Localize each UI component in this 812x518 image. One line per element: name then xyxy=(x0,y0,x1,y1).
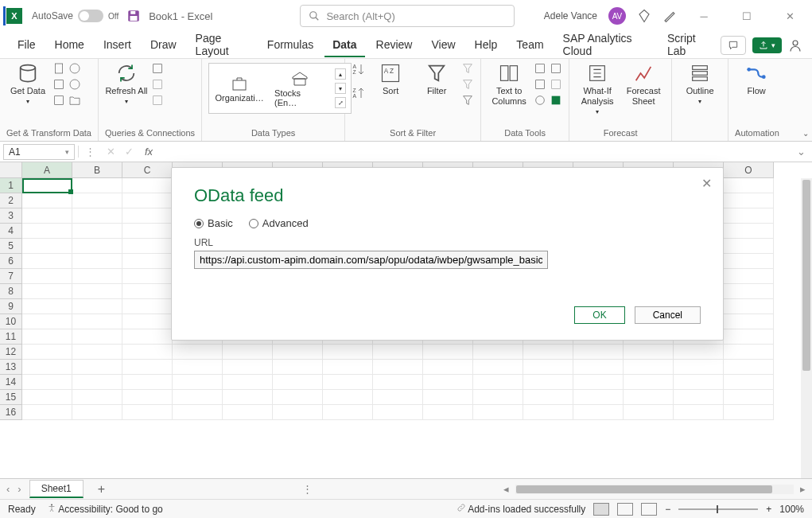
cell[interactable] xyxy=(724,299,774,314)
pen-icon[interactable] xyxy=(662,9,677,23)
tab-draw[interactable]: Draw xyxy=(142,33,185,57)
row-header[interactable]: 6 xyxy=(0,254,22,269)
cell[interactable] xyxy=(72,329,122,345)
row-header[interactable]: 13 xyxy=(0,360,22,375)
cell[interactable] xyxy=(724,314,774,329)
reapply-icon[interactable] xyxy=(461,78,474,91)
properties-icon[interactable] xyxy=(151,78,164,91)
cell[interactable] xyxy=(122,269,173,284)
cell[interactable] xyxy=(273,405,323,420)
cell[interactable] xyxy=(22,390,72,405)
tab-file[interactable]: File xyxy=(10,33,44,57)
row-header[interactable]: 2 xyxy=(0,193,22,208)
cell[interactable] xyxy=(72,375,122,390)
col-header[interactable]: A xyxy=(22,162,72,178)
cell[interactable] xyxy=(223,390,273,405)
cell[interactable] xyxy=(173,360,223,375)
cell[interactable] xyxy=(273,390,323,405)
cell[interactable] xyxy=(22,299,72,314)
cell[interactable] xyxy=(573,390,624,405)
remove-dup-icon[interactable] xyxy=(534,78,546,91)
queries-icon[interactable] xyxy=(151,62,164,75)
add-sheet-button[interactable]: + xyxy=(91,482,111,497)
sort-az-icon[interactable]: AZ xyxy=(352,62,366,76)
sort-button[interactable]: A Z Sort xyxy=(369,62,412,96)
minimize-button[interactable]: ─ xyxy=(688,4,720,28)
hscroll-left-icon[interactable]: ◂ xyxy=(503,483,509,495)
cell[interactable] xyxy=(724,390,774,405)
row-header[interactable]: 11 xyxy=(0,329,22,345)
sheet-tab-sheet1[interactable]: Sheet1 xyxy=(29,480,84,498)
whatif-button[interactable]: What-If Analysis ▾ xyxy=(576,62,619,116)
person-icon[interactable] xyxy=(788,38,802,53)
cell[interactable] xyxy=(724,329,774,345)
expand-formula-icon[interactable]: ⌄ xyxy=(791,146,812,158)
cell[interactable] xyxy=(273,345,323,360)
zoom-level[interactable]: 100% xyxy=(779,504,804,515)
cell[interactable] xyxy=(22,193,72,208)
cell[interactable] xyxy=(323,360,373,375)
cell[interactable] xyxy=(724,193,774,208)
cell[interactable] xyxy=(22,314,72,329)
cell[interactable] xyxy=(624,390,674,405)
zoom-in-icon[interactable]: + xyxy=(766,504,771,515)
zoom-slider[interactable] xyxy=(678,508,758,510)
cell[interactable] xyxy=(72,178,122,193)
url-input[interactable] xyxy=(194,251,548,269)
cell[interactable] xyxy=(223,360,273,375)
cell[interactable] xyxy=(624,345,674,360)
cell[interactable] xyxy=(573,375,624,390)
cell[interactable] xyxy=(72,224,122,239)
cell[interactable] xyxy=(22,375,72,390)
cell[interactable] xyxy=(122,405,173,420)
cell[interactable] xyxy=(223,405,273,420)
cell[interactable] xyxy=(674,360,724,375)
col-header[interactable]: O xyxy=(724,162,774,178)
tabs-menu-icon[interactable]: ⋮ xyxy=(302,483,313,495)
scroll-down-icon[interactable]: ▾ xyxy=(335,83,346,94)
comments-button[interactable] xyxy=(721,36,746,55)
cell[interactable] xyxy=(724,224,774,239)
tab-sap[interactable]: SAP Analytics Cloud xyxy=(555,27,656,64)
accessibility-status[interactable]: Accessibility: Good to go xyxy=(47,503,163,515)
tab-page-layout[interactable]: Page Layout xyxy=(188,27,256,64)
page-break-view-icon[interactable] xyxy=(641,503,657,516)
row-header[interactable]: 4 xyxy=(0,224,22,239)
recent-icon[interactable] xyxy=(68,78,81,91)
cell[interactable] xyxy=(674,390,724,405)
cell[interactable] xyxy=(122,239,173,254)
data-types-gallery[interactable]: Organizati… Stocks (En… ▴▾⤢ xyxy=(208,63,352,114)
cell[interactable] xyxy=(674,375,724,390)
dialog-close-button[interactable]: ✕ xyxy=(701,176,712,191)
flow-button[interactable]: Flow xyxy=(735,62,778,96)
cell[interactable] xyxy=(122,224,173,239)
row-header[interactable]: 12 xyxy=(0,345,22,360)
cell[interactable] xyxy=(724,208,774,224)
cell[interactable] xyxy=(473,375,523,390)
cell[interactable] xyxy=(573,360,624,375)
cell[interactable] xyxy=(72,405,122,420)
consolidate-icon[interactable] xyxy=(550,62,562,75)
scroll-up-icon[interactable]: ▴ xyxy=(335,68,346,80)
hscroll-right-icon[interactable]: ▸ xyxy=(800,483,806,495)
cell[interactable] xyxy=(72,390,122,405)
cell[interactable] xyxy=(523,345,573,360)
cell[interactable] xyxy=(223,345,273,360)
cell[interactable] xyxy=(22,360,72,375)
cell[interactable] xyxy=(624,375,674,390)
validation-icon[interactable] xyxy=(534,94,546,107)
cell[interactable] xyxy=(22,329,72,345)
cell[interactable] xyxy=(473,360,523,375)
filter-button[interactable]: Filter xyxy=(415,62,458,96)
cell[interactable] xyxy=(724,345,774,360)
cell[interactable] xyxy=(22,284,72,299)
cell[interactable] xyxy=(624,360,674,375)
horizontal-scrollbar[interactable] xyxy=(515,485,794,494)
cell[interactable] xyxy=(423,390,473,405)
web-icon[interactable] xyxy=(68,62,81,75)
tab-team[interactable]: Team xyxy=(508,33,551,57)
cell[interactable] xyxy=(72,345,122,360)
tab-home[interactable]: Home xyxy=(47,33,92,57)
close-button[interactable]: ✕ xyxy=(774,4,806,28)
sheet-next-icon[interactable]: › xyxy=(17,483,21,495)
